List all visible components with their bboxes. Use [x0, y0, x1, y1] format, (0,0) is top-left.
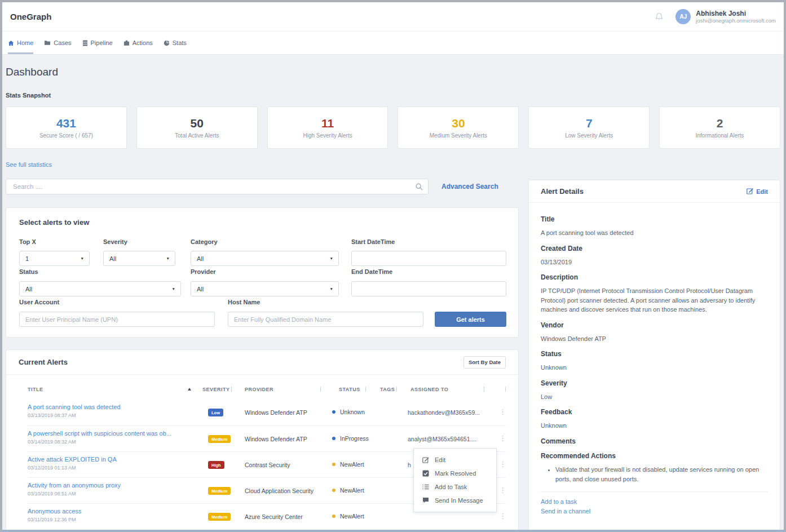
sort-asc-icon[interactable]	[188, 388, 191, 391]
see-full-statistics-link[interactable]: See full statistics	[6, 161, 52, 168]
start-datetime-input[interactable]	[351, 251, 506, 266]
end-datetime-label: End DateTime	[351, 268, 392, 275]
advanced-search-link[interactable]: Advanced Search	[441, 183, 498, 190]
host-name-input[interactable]	[228, 312, 423, 327]
provider-cell: Azure Security Center	[245, 513, 303, 520]
nav-stats[interactable]: Stats	[164, 32, 187, 54]
send-in-channel-link[interactable]: Send in a channel	[541, 508, 768, 515]
chevron-down-icon: ▼	[81, 256, 84, 260]
alert-date: 03/13/2019 08:37 AM	[28, 413, 188, 418]
menu-item-add-to-task[interactable]: Add to Task	[414, 480, 496, 494]
status-cell: NewAlert	[332, 461, 364, 468]
sort-icon[interactable]	[505, 387, 506, 392]
col-severity[interactable]: SEVERITY	[202, 387, 230, 392]
row-menu-icon[interactable]: ⋮	[499, 434, 506, 442]
get-alerts-button[interactable]: Get alerts	[435, 312, 506, 327]
menu-item-send-in-message[interactable]: Send In Message	[414, 494, 496, 507]
row-menu-icon[interactable]: ⋮	[499, 486, 506, 494]
user-email: joshi@onegraph.onmicrosoft.com	[696, 17, 776, 24]
severity-select[interactable]: All▼	[103, 251, 175, 266]
status-dot	[332, 410, 335, 414]
detail-value: 03/13/2019	[541, 258, 768, 267]
category-select[interactable]: All▼	[191, 251, 339, 266]
provider-label: Provider	[191, 268, 216, 275]
status-dot	[332, 437, 335, 440]
notifications-bell-icon[interactable]	[655, 12, 663, 21]
alert-title-link[interactable]: A port scanning tool was detected	[28, 404, 188, 410]
end-datetime-input[interactable]	[351, 281, 506, 296]
category-label: Category	[191, 238, 218, 245]
nav-home[interactable]: Home	[8, 32, 33, 54]
search-icon[interactable]	[416, 183, 423, 193]
detail-value: Windows Defender ATP	[541, 334, 768, 344]
nav-actions[interactable]: Actions	[123, 32, 153, 54]
detail-label: Severity	[541, 380, 768, 387]
sort-icon[interactable]	[320, 387, 321, 392]
row-menu-icon[interactable]: ⋮	[499, 460, 506, 468]
status-cell: NewAlert	[332, 513, 364, 520]
filter-panel: Select alerts to view Top X 1▼ Severity …	[6, 207, 519, 338]
col-tags[interactable]: TAGS	[380, 387, 395, 392]
stat-value: 11	[321, 117, 334, 130]
edit-alert-link[interactable]: Edit	[747, 188, 768, 196]
stat-label: Secure Score ( / 657)	[39, 132, 93, 139]
recommended-actions-list: Validate that your firewall is not disab…	[541, 465, 768, 484]
detail-value: Unknown	[541, 421, 768, 431]
alert-title-link[interactable]: A powershell script with suspicious cont…	[28, 430, 188, 437]
sort-by-date-button[interactable]: Sort By Date	[463, 356, 506, 369]
sort-icon[interactable]	[231, 387, 232, 392]
detail-value: Unknown	[541, 363, 768, 373]
col-assigned-to[interactable]: ASSIGNED TO	[410, 387, 448, 392]
severity-badge: Medium	[208, 435, 231, 443]
avatar[interactable]: AJ	[675, 9, 691, 24]
nav-pipeline[interactable]: Pipeline	[82, 32, 113, 54]
alert-title-link[interactable]: Anonymous access	[28, 508, 188, 515]
folder-icon	[44, 40, 51, 46]
top-x-select[interactable]: 1▼	[19, 251, 90, 266]
status-cell: Unknown	[332, 409, 365, 415]
nav-cases[interactable]: Cases	[44, 32, 71, 54]
sort-icon[interactable]	[484, 387, 484, 392]
recommended-action-item: Validate that your firewall is not disab…	[555, 465, 768, 484]
col-provider[interactable]: PROVIDER	[245, 387, 273, 392]
col-title[interactable]: TITLE	[28, 387, 43, 392]
brand-logo: OneGraph	[10, 12, 51, 21]
provider-select[interactable]: All▼	[191, 281, 339, 296]
status-dot	[332, 489, 335, 492]
stat-label: Low Severity Alerts	[565, 132, 613, 139]
row-menu-icon[interactable]: ⋮	[499, 512, 506, 520]
alert-date: 03/10/2019 08:51 AM	[28, 491, 188, 496]
status-select[interactable]: All▼	[19, 281, 181, 296]
detail-label: Comments	[541, 438, 768, 445]
pipeline-icon	[82, 40, 88, 46]
stat-value: 2	[717, 117, 723, 130]
detail-value: A port scanning tool was detected	[541, 228, 768, 238]
add-to-task-link[interactable]: Add to a task	[541, 498, 768, 505]
provider-cell: Windows Defender ATP	[245, 436, 307, 442]
severity-badge: Medium	[208, 487, 231, 495]
row-menu-icon[interactable]: ⋮	[499, 407, 506, 416]
status-dot	[332, 463, 335, 466]
alert-title-link[interactable]: Active attack EXPLOITED in QA	[28, 456, 188, 463]
detail-value: Low	[541, 392, 768, 402]
detail-label: Vendor	[541, 322, 768, 329]
page-title: Dashboard	[6, 66, 780, 78]
detail-label: Status	[541, 351, 768, 358]
stat-value: 7	[586, 117, 593, 130]
sort-icon[interactable]	[365, 387, 366, 392]
user-menu[interactable]: Abhishek Joshi joshi@onegraph.onmicrosof…	[696, 10, 776, 24]
severity-badge: High	[208, 461, 224, 469]
col-status[interactable]: STATUS	[339, 387, 360, 392]
stat-card: 2 Informational Alerts	[659, 107, 780, 149]
alert-title-link[interactable]: Activity from an anonymous proxy	[28, 482, 188, 489]
severity-badge: Medium	[208, 513, 231, 521]
alert-date: 03/11/2019 12:36 PM	[28, 517, 188, 522]
menu-item-mark-resolved[interactable]: Mark Resolved	[414, 467, 496, 480]
menu-item-edit[interactable]: Edit	[414, 453, 496, 467]
stat-card: 50 Total Active Alerts	[136, 107, 258, 149]
stat-label: Total Active Alerts	[175, 132, 219, 139]
search-input[interactable]	[6, 179, 429, 194]
user-account-input[interactable]	[19, 312, 215, 327]
alert-details-title: Alert Details	[541, 187, 584, 196]
sort-icon[interactable]	[396, 387, 397, 392]
